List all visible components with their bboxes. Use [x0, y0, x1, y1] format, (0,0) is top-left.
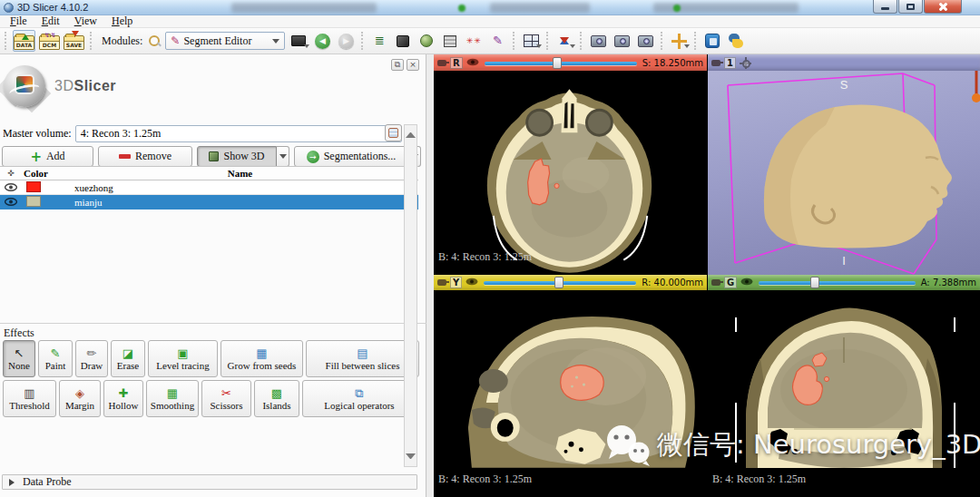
show-3d-button[interactable]: Show 3D [197, 146, 277, 167]
effect-smoothing[interactable]: ▦ Smoothing [146, 380, 199, 417]
red-slice-slider[interactable] [485, 57, 637, 69]
extensions-button[interactable] [702, 30, 722, 52]
add-segment-button[interactable]: + Add [2, 146, 93, 167]
screenshot-button[interactable] [588, 30, 608, 52]
module-selector[interactable]: ✎ Segment Editor [165, 32, 285, 50]
yellow-volume-label: B: 4: Recon 3: 1.25m [438, 473, 532, 486]
module-history-button[interactable] [289, 30, 309, 52]
minimize-icon [881, 7, 889, 10]
module-forward-button[interactable]: ▶ [336, 30, 356, 52]
red-orientation-label[interactable]: R [450, 57, 463, 69]
segment-name[interactable]: xuezhong [62, 182, 418, 193]
scene-view-button[interactable] [612, 30, 632, 52]
pin-icon[interactable] [437, 279, 446, 286]
pin-icon[interactable] [711, 279, 720, 286]
load-data-button[interactable]: DATA [13, 30, 35, 52]
crosshair-button[interactable] [669, 30, 689, 52]
slice-orientation-button[interactable] [554, 30, 574, 52]
volume-options-button[interactable] [385, 124, 402, 141]
toolbar-separator [5, 32, 7, 50]
close-button[interactable] [924, 0, 962, 14]
effect-hollow[interactable]: ✚ Hollow [103, 380, 143, 417]
main-toolbar: DATA ↯↯ DCM SAVE Modules: ✎ Segment Edit… [0, 28, 980, 54]
color-swatch[interactable] [26, 181, 41, 192]
panel-close-button[interactable]: × [407, 59, 419, 71]
effect-level-tracing[interactable]: ▣ Level tracing [148, 340, 218, 377]
menu-view[interactable]: View [67, 15, 104, 27]
effect-logical-operators[interactable]: ⧉ Logical operators [302, 380, 416, 417]
python-console-button[interactable] [726, 30, 746, 52]
data-probe-section[interactable]: Data Probe [2, 474, 417, 490]
pin-icon[interactable] [711, 60, 720, 66]
eye-icon[interactable] [0, 183, 22, 191]
pin-icon[interactable] [437, 60, 446, 66]
segmentations-button[interactable]: → Segmentations... [294, 146, 408, 167]
dicom-button[interactable]: ↯↯ DCM [39, 30, 60, 52]
scene-camera-icon [614, 35, 630, 47]
transforms-button[interactable] [440, 30, 460, 52]
menu-edit[interactable]: Edit [34, 15, 67, 27]
master-volume-selector[interactable]: 4: Recon 3: 1.25m [75, 125, 402, 142]
grid-color-icon [388, 128, 398, 138]
module-back-button[interactable]: ◀ [312, 30, 332, 52]
segment-actions: + Add Remove Show 3D → [2, 146, 421, 167]
view-center-icon[interactable] [740, 57, 751, 69]
threeD-viewport[interactable]: S I [708, 71, 980, 275]
module-list-button[interactable]: ≣ [369, 30, 389, 52]
axis-superior-label: S [840, 78, 848, 92]
show-3d-dropdown[interactable] [277, 146, 289, 167]
save-button[interactable]: SAVE [64, 30, 84, 52]
green-slice-slider[interactable] [759, 277, 915, 288]
segment-editor-panel: ⧉ × 3DSlicer Master volume: 4: Recon 3: … [0, 54, 426, 497]
green-orientation-label[interactable]: G [724, 277, 737, 288]
menu-file[interactable]: File [3, 15, 34, 27]
effect-paint[interactable]: ✎ Paint [38, 340, 73, 377]
panel-scrollbar[interactable] [404, 124, 417, 467]
effect-margin[interactable]: ◈ Margin [59, 380, 101, 417]
panel-controls: ⧉ × [391, 59, 419, 71]
effect-draw[interactable]: ✏ Draw [75, 340, 108, 377]
effect-erase[interactable]: ◪ Erase [111, 340, 145, 377]
menu-help[interactable]: Help [104, 15, 140, 27]
effect-grow-from-seeds[interactable]: ▦ Grow from seeds [220, 340, 303, 377]
threshold-icon: ▥ [24, 386, 34, 400]
eye-icon[interactable] [466, 278, 478, 287]
fiducials-button[interactable]: ✳✳ [464, 30, 484, 52]
minimize-button[interactable] [873, 0, 897, 14]
volume-rendering-button[interactable] [393, 30, 413, 52]
plus-icon: + [30, 151, 42, 163]
effects-row-2: ▥ Threshold ◈ Margin ✚ Hollow ▦ Smoothin… [3, 380, 416, 417]
name-column-header: Name [62, 168, 418, 179]
yellow-orientation-label[interactable]: Y [450, 277, 462, 288]
remove-segment-button[interactable]: Remove [98, 146, 192, 167]
models-button[interactable] [416, 30, 436, 52]
eye-icon[interactable] [466, 58, 479, 68]
scissors-icon: ✂ [221, 386, 231, 400]
effect-scissors[interactable]: ✂ Scissors [201, 380, 251, 417]
maximize-button[interactable] [898, 0, 923, 14]
threeD-view-label[interactable]: 1 [724, 57, 736, 69]
yellow-slice-slider[interactable] [484, 277, 636, 288]
scene-view-restore-button[interactable] [635, 30, 655, 52]
scroll-up-icon[interactable] [406, 128, 416, 138]
panel-undock-button[interactable]: ⧉ [391, 59, 404, 71]
scroll-down-icon[interactable] [406, 453, 416, 463]
layout-selector-button[interactable] [521, 30, 541, 52]
color-swatch[interactable] [26, 196, 41, 207]
effect-threshold[interactable]: ▥ Threshold [3, 380, 56, 417]
minus-icon [119, 154, 131, 159]
segment-row-xuezhong[interactable]: xuezhong [0, 180, 418, 195]
eye-icon[interactable] [0, 198, 22, 206]
segment-name[interactable]: mianju [62, 197, 418, 208]
effect-islands[interactable]: ▩ Islands [254, 380, 299, 417]
eye-icon[interactable] [740, 278, 753, 287]
module-search-icon[interactable] [148, 34, 162, 48]
effect-fill-between-slices[interactable]: ▤ Fill between slices [306, 340, 419, 377]
red-axial-viewport[interactable]: B: 4: Recon 3: 1.25m [434, 71, 707, 275]
fiducials-icon: ✳✳ [466, 34, 482, 47]
segment-row-mianju[interactable]: mianju [0, 195, 418, 210]
effect-none[interactable]: ↖ None [3, 340, 35, 377]
axis-inferior-label: I [842, 254, 846, 268]
markups-button[interactable]: ✎ [487, 30, 507, 52]
segments-table: ✜ Color Name xuezhong mianju [0, 166, 418, 210]
